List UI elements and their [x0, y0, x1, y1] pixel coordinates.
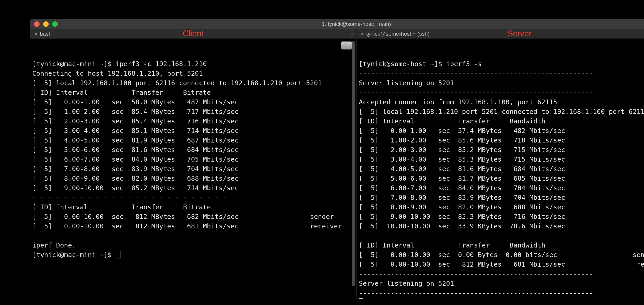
document-icon[interactable] — [341, 41, 352, 50]
tab-server[interactable]: × tynick@some-host:~ (ssh) Server ≡ — [356, 29, 644, 38]
table-row: [ 5] 3.00-4.00 sec 85.1 MBytes 714 Mbits… — [32, 127, 238, 134]
table-row: [ 5] 1.00-2.00 sec 85.4 MBytes 717 Mbits… — [32, 108, 238, 116]
table-header: [ ID] Interval Transfer Bitrate — [32, 203, 211, 211]
separator: ----------------------------------------… — [359, 270, 593, 278]
output-line: [ 5] local 192.168.1.210 port 5201 conne… — [359, 108, 644, 116]
summary-row: [ 5] 0.00-10.00 sec 812 MBytes 682 Mbits… — [32, 213, 334, 220]
table-row: [ 5] 9.00-10.00 sec 85.3 MBytes 716 Mbit… — [359, 213, 565, 220]
output-line: Server listening on 5201 — [359, 280, 454, 287]
command: iperf3 -c 192.168.1.210 — [116, 60, 207, 68]
split-panes: [tynick@mac-mini ~]$ iperf3 -c 192.168.1… — [30, 39, 644, 299]
table-row: [ 5] 0.00-1.00 sec 58.0 MBytes 487 Mbits… — [32, 98, 238, 106]
table-row: [ 5] 0.00-1.00 sec 57.4 MBytes 482 Mbits… — [359, 127, 565, 134]
server-annotation: Server — [508, 29, 532, 38]
command: iperf3 -s — [446, 60, 482, 68]
table-row: [ 5] 4.00-5.00 sec 81.9 MBytes 687 Mbits… — [32, 136, 238, 144]
hamburger-icon[interactable]: ≡ — [351, 31, 353, 36]
client-annotation: Client — [183, 29, 204, 38]
tab-label: tynick@some-host:~ (ssh) — [366, 31, 430, 37]
table-row: [ 5] 2.00-3.00 sec 85.4 MBytes 716 Mbits… — [32, 117, 238, 125]
table-row: [ 5] 6.00-7.00 sec 84.0 MBytes 704 Mbits… — [359, 184, 565, 192]
separator: ----------------------------------------… — [359, 70, 593, 77]
terminal-window: 1. tynick@some-host:~ (ssh) × bash Clien… — [30, 19, 644, 299]
table-header: [ ID] Interval Transfer Bitrate — [32, 89, 211, 96]
separator: ----------------------------------------… — [359, 89, 593, 96]
tab-client[interactable]: × bash Client ≡ — [30, 29, 356, 38]
window-title: 1. tynick@some-host:~ (ssh) — [30, 21, 644, 27]
titlebar[interactable]: 1. tynick@some-host:~ (ssh) — [30, 19, 644, 29]
separator: - - - - - - - - - - - - - - - - - - - - … — [359, 232, 553, 240]
output-line: Connecting to host 192.168.1.210, port 5… — [32, 70, 203, 77]
table-row: [ 5] 2.00-3.00 sec 85.2 MBytes 715 Mbits… — [359, 146, 565, 154]
scrollbar[interactable] — [352, 41, 355, 286]
output-line: Accepted connection from 192.168.1.100, … — [359, 98, 557, 106]
table-header: [ ID] Interval Transfer Bandwidth — [359, 117, 546, 125]
output-line: Server listening on 5201 — [359, 79, 454, 87]
table-row: [ 5] 7.00-8.00 sec 83.9 MBytes 704 Mbits… — [359, 194, 565, 201]
prompt: [tynick@mac-mini ~]$ — [32, 251, 116, 259]
client-pane[interactable]: [tynick@mac-mini ~]$ iperf3 -c 192.168.1… — [30, 39, 356, 299]
summary-row: [ 5] 0.00-10.00 sec 0.00 Bytes 0.00 bits… — [359, 251, 644, 259]
cursor-icon — [116, 251, 120, 258]
traffic-lights — [30, 21, 58, 27]
table-row: [ 5] 7.00-8.00 sec 83.9 MBytes 704 Mbits… — [32, 165, 238, 173]
close-window-button[interactable] — [34, 21, 40, 27]
table-row: [ 5] 8.00-9.00 sec 82.0 MBytes 688 Mbits… — [32, 174, 238, 182]
prompt: [tynick@mac-mini ~]$ — [32, 60, 116, 68]
cursor-icon — [359, 298, 363, 299]
table-row: [ 5] 10.00-10.00 sec 33.9 KBytes 78.6 Mb… — [359, 222, 565, 230]
server-pane[interactable]: [tynick@some-host ~]$ iperf3 -s --------… — [356, 39, 644, 299]
table-row: [ 5] 4.00-5.00 sec 81.6 MBytes 684 Mbits… — [359, 165, 565, 173]
prompt: [tynick@some-host ~]$ — [359, 60, 446, 68]
output-line: [ 5] local 192.168.1.100 port 62116 conn… — [32, 79, 322, 87]
minimize-window-button[interactable] — [43, 21, 49, 27]
table-row: [ 5] 5.00-6.00 sec 81.6 MBytes 684 Mbits… — [32, 146, 238, 154]
zoom-window-button[interactable] — [52, 21, 58, 27]
summary-row: [ 5] 0.00-10.00 sec 812 MBytes 681 Mbits… — [32, 222, 342, 230]
summary-row: [ 5] 0.00-10.00 sec 812 MBytes 681 Mbits… — [359, 260, 644, 268]
table-row: [ 5] 5.00-6.00 sec 81.7 MBytes 685 Mbits… — [359, 174, 565, 182]
separator: ----------------------------------------… — [359, 289, 593, 297]
table-row: [ 5] 1.00-2.00 sec 85.6 MBytes 718 Mbits… — [359, 136, 565, 144]
tab-bar: × bash Client ≡ × tynick@some-host:~ (ss… — [30, 29, 644, 39]
table-row: [ 5] 8.00-9.00 sec 82.0 MBytes 688 Mbits… — [359, 203, 565, 211]
tab-label: bash — [40, 31, 52, 37]
separator: - - - - - - - - - - - - - - - - - - - - … — [32, 194, 227, 201]
table-header: [ ID] Interval Transfer Bandwidth — [359, 241, 546, 249]
table-row: [ 5] 9.00-10.00 sec 85.2 MBytes 714 Mbit… — [32, 184, 238, 192]
close-tab-icon[interactable]: × — [33, 31, 40, 37]
close-tab-icon[interactable]: × — [359, 31, 366, 37]
table-row: [ 5] 3.00-4.00 sec 85.3 MBytes 715 Mbits… — [359, 156, 565, 163]
output-line: iperf Done. — [32, 241, 76, 249]
table-row: [ 5] 6.00-7.00 sec 84.0 MBytes 705 Mbits… — [32, 156, 238, 163]
